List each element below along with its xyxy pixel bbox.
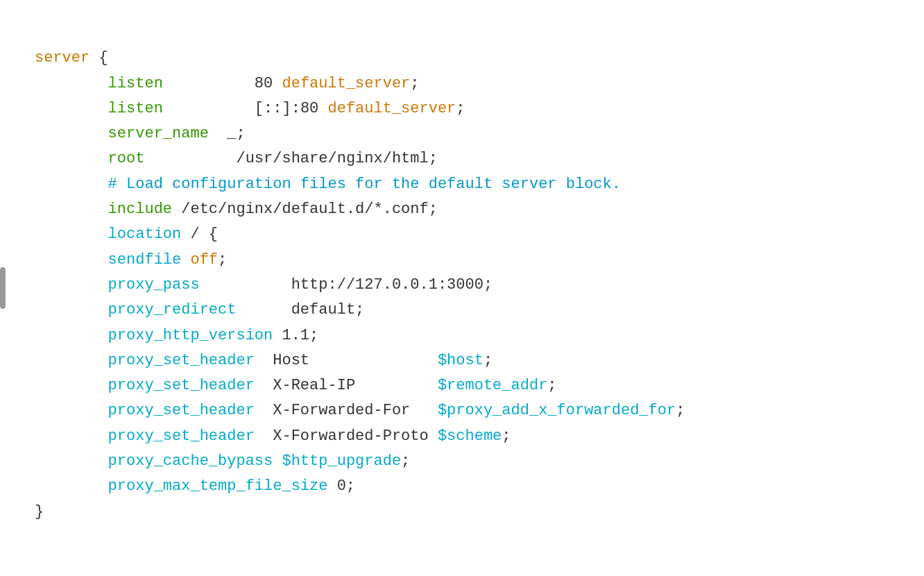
code-token: default server block. bbox=[420, 176, 621, 193]
code-token: / { bbox=[181, 226, 218, 243]
code-token: X-Forwarded-Proto bbox=[255, 427, 438, 445]
code-token bbox=[273, 452, 282, 470]
code-token: ; bbox=[410, 75, 419, 92]
code-token: server_name bbox=[35, 125, 209, 142]
code-token: proxy_set_header bbox=[35, 352, 255, 369]
code-token: { bbox=[89, 49, 108, 67]
code-token: 0; bbox=[327, 477, 355, 495]
code-line: server { bbox=[35, 46, 889, 71]
code-token: /usr/share/nginx/html; bbox=[144, 150, 437, 167]
code-token: _; bbox=[209, 125, 246, 142]
code-token: ; bbox=[401, 452, 410, 470]
code-token: off bbox=[190, 251, 218, 269]
code-line: server_name _; bbox=[35, 121, 889, 146]
code-line: # Load configuration files for the defau… bbox=[35, 172, 889, 197]
code-token: Host bbox=[255, 352, 438, 369]
code-line: proxy_http_version 1.1; bbox=[35, 323, 889, 348]
code-token: default_server bbox=[282, 75, 410, 92]
code-token: proxy_set_header bbox=[35, 402, 255, 419]
code-token: proxy_set_header bbox=[35, 427, 255, 445]
code-token: 80 bbox=[163, 75, 282, 92]
code-line: sendfile off; bbox=[35, 248, 889, 273]
code-line: proxy_max_temp_file_size 0; bbox=[35, 474, 889, 499]
code-token: ; bbox=[547, 377, 556, 394]
code-token: # Load configuration files for bbox=[35, 176, 392, 193]
code-token: proxy_max_temp_file_size bbox=[35, 477, 327, 495]
code-token: $remote_addr bbox=[438, 377, 547, 394]
code-token: $host bbox=[438, 352, 484, 369]
code-line: proxy_redirect default; bbox=[35, 298, 889, 323]
code-editor: server { listen 80 default_server; liste… bbox=[35, 21, 889, 525]
code-token: listen bbox=[35, 75, 163, 92]
code-token: } bbox=[35, 503, 44, 520]
code-line: proxy_set_header X-Forwarded-Proto $sche… bbox=[35, 424, 889, 449]
code-token: sendfile bbox=[35, 251, 181, 269]
code-token: proxy_redirect bbox=[35, 301, 236, 319]
code-line: listen [::]:80 default_server; bbox=[35, 96, 889, 121]
code-token: default; bbox=[236, 301, 364, 319]
code-token: default_server bbox=[327, 100, 456, 117]
code-token: $proxy_add_x_forwarded_for bbox=[438, 402, 676, 419]
code-token: proxy_http_version bbox=[35, 327, 273, 344]
code-token: proxy_pass bbox=[35, 276, 200, 294]
code-line: location / { bbox=[35, 222, 889, 247]
code-token: proxy_set_header bbox=[35, 377, 255, 394]
code-token: X-Forwarded-For bbox=[255, 402, 438, 419]
code-line: proxy_set_header Host $host; bbox=[35, 348, 889, 373]
code-line: } bbox=[35, 500, 889, 525]
code-line: proxy_set_header X-Real-IP $remote_addr; bbox=[35, 373, 889, 398]
code-token: X-Real-IP bbox=[255, 377, 438, 394]
code-token: ; bbox=[218, 251, 227, 269]
code-token: 1.1; bbox=[273, 327, 318, 344]
code-line: proxy_set_header X-Forwarded-For $proxy_… bbox=[35, 398, 889, 423]
code-token: include bbox=[35, 201, 172, 218]
code-line: listen 80 default_server; bbox=[35, 71, 889, 96]
code-token: http://127.0.0.1:3000; bbox=[200, 276, 493, 294]
code-token: $scheme bbox=[438, 427, 502, 445]
code-token: root bbox=[35, 150, 144, 167]
code-token: /etc/nginx/default.d/*.conf; bbox=[172, 201, 438, 218]
scrollbar[interactable] bbox=[0, 267, 6, 309]
code-token: location bbox=[35, 226, 181, 243]
code-token: server bbox=[35, 49, 89, 67]
code-token: ; bbox=[484, 352, 493, 369]
code-token: ; bbox=[676, 402, 685, 419]
code-token: ; bbox=[502, 427, 511, 445]
code-line: proxy_pass http://127.0.0.1:3000; bbox=[35, 273, 889, 298]
code-line: include /etc/nginx/default.d/*.conf; bbox=[35, 197, 889, 222]
code-token: [::]:80 bbox=[163, 100, 328, 117]
code-token: $http_upgrade bbox=[282, 452, 401, 470]
code-token: listen bbox=[35, 100, 163, 117]
code-token: ; bbox=[456, 100, 465, 117]
code-token bbox=[181, 251, 190, 269]
code-token: the bbox=[392, 176, 420, 193]
code-line: proxy_cache_bypass $http_upgrade; bbox=[35, 449, 889, 474]
code-line: root /usr/share/nginx/html; bbox=[35, 146, 889, 171]
code-token: proxy_cache_bypass bbox=[35, 452, 273, 470]
